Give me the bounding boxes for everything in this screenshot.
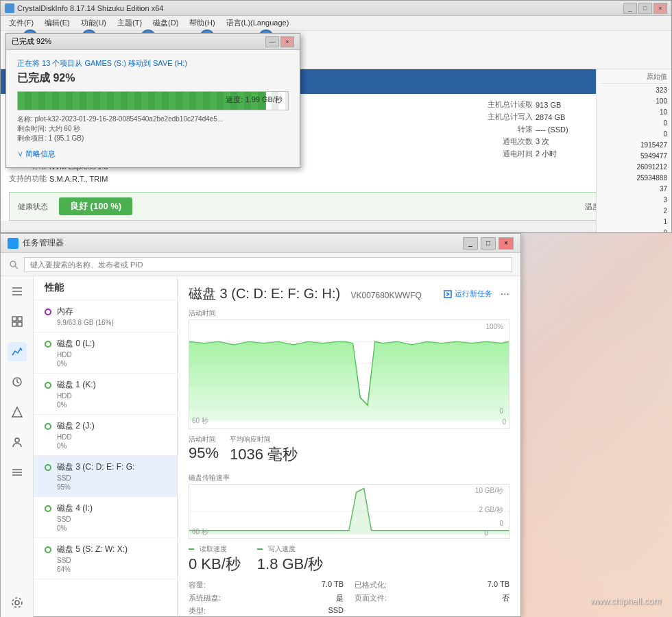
watermark: www.chiphell.com [590,596,661,606]
svg-point-13 [15,438,19,442]
avg-response-stat: 平均响应时间 1036 毫秒 [230,435,298,465]
svg-point-17 [15,601,19,605]
tm-stats-row: 活动时间 95% 平均响应时间 1036 毫秒 [189,435,509,465]
page-file-row: 页面文件: 否 [355,593,509,603]
tm-disk-list-item[interactable]: 磁盘 0 (L:) HDD 0% [34,332,177,374]
tm-minimize[interactable]: _ [463,237,478,250]
progress-speed: 速度: 1.99 GB/秒 [226,95,283,105]
menu-function[interactable]: 功能(U) [75,16,112,29]
perf-actions: 运行新任务 ··· [444,288,509,300]
tm-disk-list-item[interactable]: 磁盘 4 (I:) SSD 0% [34,497,177,538]
copy-percent: 已完成 92% [17,71,289,86]
copy-progress-dialog: 已完成 92% — × 正在将 13 个项目从 GAMES (S:) 移动到 S… [5,33,300,168]
svg-point-18 [12,598,22,607]
search-input[interactable] [24,257,512,272]
svg-line-1 [15,266,18,269]
sidebar-processes[interactable] [8,312,27,331]
svg-marker-12 [12,407,22,417]
transfer-graph: 10 GB/秒 2 GB/秒 0 60 秒 0 [189,484,509,539]
menu-language[interactable]: 语言(L)(Language) [221,16,295,29]
run-new-task-button[interactable]: 运行新任务 [444,289,492,299]
menu-theme[interactable]: 主题(T) [112,16,147,29]
raw-value-row: 100 [601,96,667,107]
sidebar-hamburger[interactable] [8,282,27,301]
close-button[interactable]: × [653,3,667,14]
tm-disk-list-item[interactable]: 内存 9.9/63.8 GB (16%) [34,300,177,332]
raw-value-row: 25934888 [601,173,667,184]
capacity-row: 容量: 7.0 TB [189,580,344,590]
tm-maximize[interactable]: □ [481,237,496,250]
taskmanager-title: 任务管理器 [23,237,463,249]
features-row: 支持的功能 S.M.A.R.T., TRIM [9,173,471,184]
sidebar-details[interactable] [8,463,27,482]
tm-sidebar [1,276,34,617]
search-icon [9,260,19,269]
raw-value-row: 2 [601,206,667,217]
copy-filename: 名称: plot-k32-2023-01-29-16-28-00854540a2… [17,114,289,124]
sidebar-history[interactable] [8,372,27,391]
window-controls: _ □ × [623,3,667,14]
sidebar-startup[interactable] [8,402,27,422]
raw-value-row: 0 [601,228,667,232]
write-speed-item: 写入速度 1.8 GB/秒 [257,544,324,574]
graph2-x-left: 60 秒 [192,527,208,537]
svg-point-0 [10,261,16,267]
taskmanager-titlebar: 任务管理器 _ □ × [1,234,520,253]
copy-expand-button[interactable]: ∨ 简略信息 [17,149,289,159]
tm-searchbar [1,253,520,276]
disk-type-row: 类型: SSD [189,606,344,616]
sidebar-users[interactable] [8,433,27,452]
speed-section: 读取速度 0 KB/秒 写入速度 1.8 GB/秒 [189,544,509,574]
svg-line-11 [17,382,19,383]
graph1-x-left: 60 秒 [192,416,208,426]
graph2-y-top: 10 GB/秒 [475,486,503,496]
activity-time-graph-label: 活动时间 [189,308,509,318]
tm-close[interactable]: × [499,237,514,250]
raw-value-row: 0 [601,118,667,129]
transfer-graph-svg [189,485,509,538]
disk-details-grid: 容量: 7.0 TB 已格式化: 7.0 TB 系统磁盘: 是 页面文件: 否 … [189,580,509,616]
menu-help[interactable]: 帮助(H) [184,16,220,29]
svg-rect-6 [18,317,22,321]
menu-file[interactable]: 文件(F) [3,16,39,29]
maximize-button[interactable]: □ [638,3,652,14]
raw-value-row: 1 [601,217,667,228]
raw-value-row: 5949477 [601,151,667,162]
tm-disk-list-item[interactable]: 磁盘 5 (S: Z: W: X:) SSD 64% [34,538,177,579]
menu-edit[interactable]: 编辑(E) [39,16,75,29]
copy-dialog-minimize[interactable]: — [265,36,279,47]
taskmanager-window: 任务管理器 _ □ × [0,233,521,617]
sidebar-settings[interactable] [8,593,27,612]
raw-value-row: 0 [601,129,667,140]
raw-value-row: 10 [601,107,667,118]
sidebar-performance[interactable] [8,342,27,361]
graph1-x-right: 0 [502,418,506,426]
raw-values-header: 原始值 [601,72,667,84]
active-time-stat: 活动时间 95% [189,435,219,465]
tm-disk-list-item[interactable]: 磁盘 1 (K:) HDD 0% [34,374,177,415]
activity-graph: 100% 0 60 秒 0 [189,319,509,429]
perf-disk-title: 磁盘 3 (C: D: E: F: G: H:) [189,286,340,301]
svg-rect-8 [18,322,22,326]
perf-header: 磁盘 3 (C: D: E: F: G: H:) VK007680KWWFQ 运… [189,285,509,303]
svg-rect-7 [12,322,16,326]
graph1-y-top: 100% [485,323,503,330]
graph2-y-mid: 2 GB/秒 [479,505,503,515]
graph2-x-right: 0 [484,529,488,537]
more-options-button[interactable]: ··· [501,288,509,300]
sys-disk-row: 系统磁盘: 是 [189,593,344,603]
copy-dialog-close[interactable]: × [280,36,294,47]
taskmanager-controls: _ □ × [463,237,514,250]
minimize-button[interactable]: _ [623,3,637,14]
copy-dialog-body: 正在将 13 个项目从 GAMES (S:) 移动到 SAVE (H:) 已完成… [6,50,300,167]
menu-disk[interactable]: 磁盘(D) [147,16,184,29]
tm-disk-list-item[interactable]: 磁盘 3 (C: D: E: F: G: SSD 95% [34,456,177,497]
health-status: 良好 (100 %) [59,197,132,215]
tm-disk-list-item[interactable]: 磁盘 2 (J:) HDD 0% [34,415,177,456]
svg-rect-5 [12,317,16,321]
raw-value-row: 3 [601,195,667,206]
svg-rect-19 [444,291,451,298]
transfer-rate-label: 磁盘传输速率 [189,473,509,483]
graph1-y-bottom: 0 [499,407,503,415]
svg-line-21 [446,294,449,295]
